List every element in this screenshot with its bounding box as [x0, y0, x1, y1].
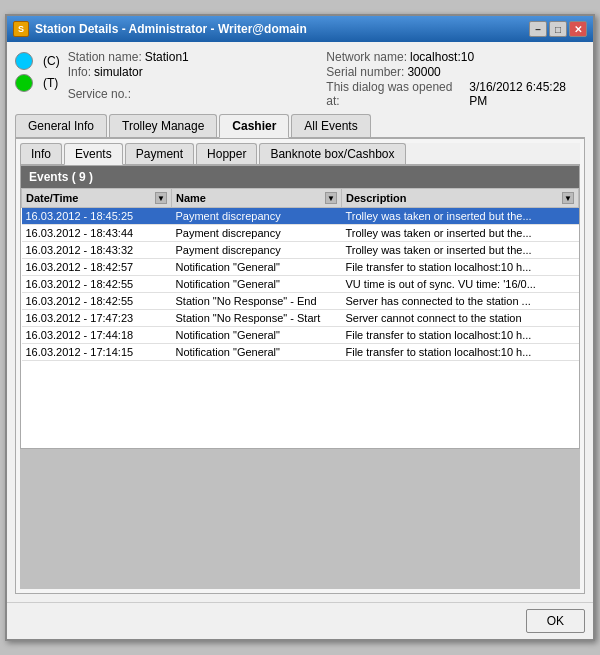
cell-datetime: 16.03.2012 - 18:42:57: [22, 259, 172, 276]
cell-datetime: 16.03.2012 - 17:44:18: [22, 327, 172, 344]
cell-name: Station "No Response" - End: [172, 293, 342, 310]
tab-cashier[interactable]: Cashier: [219, 114, 289, 138]
info-cell: Info: simulator: [68, 65, 327, 79]
cell-description: File transfer to station localhost:10 h.…: [342, 327, 579, 344]
service-cell: Service no.:: [68, 80, 327, 108]
cell-name: Notification "General": [172, 259, 342, 276]
table-row[interactable]: 16.03.2012 - 18:45:25 Payment discrepanc…: [22, 208, 579, 225]
table-row[interactable]: 16.03.2012 - 17:44:18 Notification "Gene…: [22, 327, 579, 344]
cell-name: Notification "General": [172, 276, 342, 293]
events-header: Events ( 9 ): [21, 166, 579, 188]
cell-datetime: 16.03.2012 - 18:45:25: [22, 208, 172, 225]
cell-description: Trolley was taken or inserted but the...: [342, 225, 579, 242]
tab-banknote[interactable]: Banknote box/Cashbox: [259, 143, 405, 164]
window-icon: S: [13, 21, 29, 37]
tab-all-events[interactable]: All Events: [291, 114, 370, 137]
table-row[interactable]: 16.03.2012 - 18:42:57 Notification "Gene…: [22, 259, 579, 276]
table-row[interactable]: 16.03.2012 - 18:42:55 Notification "Gene…: [22, 276, 579, 293]
cell-description: VU time is out of sync. VU time: '16/0..…: [342, 276, 579, 293]
empty-area: [20, 449, 580, 589]
tab-general-info[interactable]: General Info: [15, 114, 107, 137]
ok-button[interactable]: OK: [526, 609, 585, 633]
status-circle-c: [15, 52, 33, 70]
cell-datetime: 16.03.2012 - 18:42:55: [22, 276, 172, 293]
status-row-t: (T): [15, 74, 60, 92]
col-datetime[interactable]: Date/Time ▼: [22, 189, 172, 208]
name-filter-btn[interactable]: ▼: [325, 192, 337, 204]
events-table: Date/Time ▼ Name ▼: [21, 188, 579, 361]
table-row[interactable]: 16.03.2012 - 18:43:44 Payment discrepanc…: [22, 225, 579, 242]
circle-c-label: (C): [43, 54, 60, 68]
inner-tabs: Info Events Payment Hopper Banknote box/…: [20, 143, 580, 165]
footer: OK: [7, 602, 593, 639]
close-button[interactable]: ✕: [569, 21, 587, 37]
outer-tabs: General Info Trolley Manage Cashier All …: [15, 114, 585, 138]
cell-datetime: 16.03.2012 - 17:47:23: [22, 310, 172, 327]
station-info-grid: Station name: Station1 Network name: loc…: [68, 50, 585, 108]
status-row-c: (C): [15, 52, 60, 70]
col-name[interactable]: Name ▼: [172, 189, 342, 208]
network-name-cell: Network name: localhost:10: [326, 50, 585, 64]
serial-cell: Serial number: 30000: [326, 65, 585, 79]
events-panel: Events ( 9 ) Date/Time ▼: [20, 165, 580, 449]
status-circle-t: [15, 74, 33, 92]
tab-hopper[interactable]: Hopper: [196, 143, 257, 164]
opened-cell: This dialog was opened at: 3/16/2012 6:4…: [326, 80, 585, 108]
table-row[interactable]: 16.03.2012 - 17:47:23 Station "No Respon…: [22, 310, 579, 327]
col-description[interactable]: Description ▼: [342, 189, 579, 208]
tab-info[interactable]: Info: [20, 143, 62, 164]
cell-description: Server has connected to the station ...: [342, 293, 579, 310]
maximize-button[interactable]: □: [549, 21, 567, 37]
cell-description: File transfer to station localhost:10 h.…: [342, 259, 579, 276]
cell-name: Payment discrepancy: [172, 225, 342, 242]
title-controls: – □ ✕: [529, 21, 587, 37]
cell-name: Payment discrepancy: [172, 208, 342, 225]
main-window: S Station Details - Administrator - Writ…: [5, 14, 595, 641]
cell-datetime: 16.03.2012 - 18:42:55: [22, 293, 172, 310]
cell-name: Notification "General": [172, 327, 342, 344]
table-row[interactable]: 16.03.2012 - 18:42:55 Station "No Respon…: [22, 293, 579, 310]
station-name-cell: Station name: Station1: [68, 50, 327, 64]
title-bar: S Station Details - Administrator - Writ…: [7, 16, 593, 42]
cell-datetime: 16.03.2012 - 18:43:32: [22, 242, 172, 259]
events-table-container[interactable]: Date/Time ▼ Name ▼: [21, 188, 579, 448]
content-area: (C) (T) Station name: Station1 Network n…: [7, 42, 593, 602]
tab-payment[interactable]: Payment: [125, 143, 194, 164]
title-bar-left: S Station Details - Administrator - Writ…: [13, 21, 307, 37]
cell-datetime: 16.03.2012 - 18:43:44: [22, 225, 172, 242]
minimize-button[interactable]: –: [529, 21, 547, 37]
cell-name: Station "No Response" - Start: [172, 310, 342, 327]
cell-description: Trolley was taken or inserted but the...: [342, 208, 579, 225]
inner-panel: Info Events Payment Hopper Banknote box/…: [15, 138, 585, 594]
circle-t-label: (T): [43, 76, 58, 90]
datetime-filter-btn[interactable]: ▼: [155, 192, 167, 204]
cell-datetime: 16.03.2012 - 17:14:15: [22, 344, 172, 361]
cell-name: Payment discrepancy: [172, 242, 342, 259]
cell-description: Trolley was taken or inserted but the...: [342, 242, 579, 259]
desc-filter-btn[interactable]: ▼: [562, 192, 574, 204]
cell-name: Notification "General": [172, 344, 342, 361]
cell-description: File transfer to station localhost:10 h.…: [342, 344, 579, 361]
window-title: Station Details - Administrator - Writer…: [35, 22, 307, 36]
tab-events[interactable]: Events: [64, 143, 123, 165]
tab-trolley-manage[interactable]: Trolley Manage: [109, 114, 217, 137]
cell-description: Server cannot connect to the station: [342, 310, 579, 327]
table-row[interactable]: 16.03.2012 - 18:43:32 Payment discrepanc…: [22, 242, 579, 259]
table-row[interactable]: 16.03.2012 - 17:14:15 Notification "Gene…: [22, 344, 579, 361]
